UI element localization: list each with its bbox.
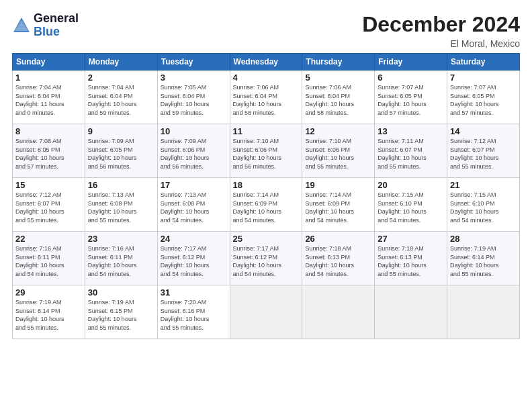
calendar-week-2: 8Sunrise: 7:08 AM Sunset: 6:05 PM Daylig… xyxy=(13,124,520,178)
day-number: 6 xyxy=(378,73,444,83)
title-area: December 2024 El Moral, Mexico xyxy=(362,12,520,49)
day-number: 24 xyxy=(161,234,227,244)
day-number: 15 xyxy=(15,180,82,190)
calendar-cell: 16Sunrise: 7:13 AM Sunset: 6:08 PM Dayli… xyxy=(85,178,157,232)
day-number: 22 xyxy=(15,234,82,244)
day-info: Sunrise: 7:10 AM Sunset: 6:06 PM Dayligh… xyxy=(233,137,300,171)
day-number: 30 xyxy=(88,287,154,298)
day-number: 1 xyxy=(15,73,82,83)
calendar-header-thursday: Thursday xyxy=(302,54,375,71)
day-number: 12 xyxy=(305,126,371,136)
calendar-header-friday: Friday xyxy=(375,54,447,71)
page-container: General Blue December 2024 El Moral, Mex… xyxy=(0,0,532,346)
day-info: Sunrise: 7:06 AM Sunset: 6:04 PM Dayligh… xyxy=(305,83,371,117)
day-number: 7 xyxy=(450,73,517,83)
day-info: Sunrise: 7:09 AM Sunset: 6:05 PM Dayligh… xyxy=(88,137,154,171)
calendar-header-tuesday: Tuesday xyxy=(157,54,230,71)
calendar-header-sunday: Sunday xyxy=(13,54,85,71)
calendar-cell: 1Sunrise: 7:04 AM Sunset: 6:04 PM Daylig… xyxy=(13,71,85,124)
day-info: Sunrise: 7:12 AM Sunset: 6:07 PM Dayligh… xyxy=(15,191,82,224)
calendar-table: SundayMondayTuesdayWednesdayThursdayFrid… xyxy=(12,53,520,339)
day-info: Sunrise: 7:06 AM Sunset: 6:04 PM Dayligh… xyxy=(233,83,300,117)
calendar-week-5: 29Sunrise: 7:19 AM Sunset: 6:14 PM Dayli… xyxy=(13,285,520,339)
calendar-cell: 27Sunrise: 7:18 AM Sunset: 6:13 PM Dayli… xyxy=(375,232,447,285)
calendar-cell: 11Sunrise: 7:10 AM Sunset: 6:06 PM Dayli… xyxy=(230,124,302,178)
calendar-cell: 24Sunrise: 7:17 AM Sunset: 6:12 PM Dayli… xyxy=(157,232,230,285)
day-number: 4 xyxy=(233,73,300,83)
location: El Moral, Mexico xyxy=(362,38,520,49)
day-info: Sunrise: 7:14 AM Sunset: 6:09 PM Dayligh… xyxy=(305,191,371,224)
day-info: Sunrise: 7:18 AM Sunset: 6:13 PM Dayligh… xyxy=(378,244,444,278)
calendar-cell: 22Sunrise: 7:16 AM Sunset: 6:11 PM Dayli… xyxy=(13,232,85,285)
calendar-cell: 8Sunrise: 7:08 AM Sunset: 6:05 PM Daylig… xyxy=(13,124,85,178)
day-number: 21 xyxy=(450,180,517,190)
day-info: Sunrise: 7:15 AM Sunset: 6:10 PM Dayligh… xyxy=(450,191,517,224)
day-number: 5 xyxy=(305,73,371,83)
day-info: Sunrise: 7:12 AM Sunset: 6:07 PM Dayligh… xyxy=(450,137,517,171)
calendar-cell: 17Sunrise: 7:13 AM Sunset: 6:08 PM Dayli… xyxy=(157,178,230,232)
day-number: 18 xyxy=(233,180,300,190)
calendar-week-4: 22Sunrise: 7:16 AM Sunset: 6:11 PM Dayli… xyxy=(13,232,520,285)
day-info: Sunrise: 7:04 AM Sunset: 6:04 PM Dayligh… xyxy=(15,83,82,117)
day-info: Sunrise: 7:16 AM Sunset: 6:11 PM Dayligh… xyxy=(88,244,154,278)
calendar-cell: 18Sunrise: 7:14 AM Sunset: 6:09 PM Dayli… xyxy=(230,178,302,232)
day-info: Sunrise: 7:11 AM Sunset: 6:07 PM Dayligh… xyxy=(378,137,444,171)
day-info: Sunrise: 7:16 AM Sunset: 6:11 PM Dayligh… xyxy=(15,244,82,278)
day-number: 13 xyxy=(378,126,444,136)
day-info: Sunrise: 7:08 AM Sunset: 6:05 PM Dayligh… xyxy=(15,137,82,171)
day-number: 26 xyxy=(305,234,371,244)
calendar-cell: 6Sunrise: 7:07 AM Sunset: 6:05 PM Daylig… xyxy=(375,71,447,124)
day-info: Sunrise: 7:13 AM Sunset: 6:08 PM Dayligh… xyxy=(88,191,154,224)
calendar-cell: 10Sunrise: 7:09 AM Sunset: 6:06 PM Dayli… xyxy=(157,124,230,178)
day-info: Sunrise: 7:17 AM Sunset: 6:12 PM Dayligh… xyxy=(233,244,300,278)
calendar-cell: 12Sunrise: 7:10 AM Sunset: 6:06 PM Dayli… xyxy=(302,124,375,178)
calendar-cell: 4Sunrise: 7:06 AM Sunset: 6:04 PM Daylig… xyxy=(230,71,302,124)
day-number: 8 xyxy=(15,126,82,136)
calendar-cell: 2Sunrise: 7:04 AM Sunset: 6:04 PM Daylig… xyxy=(85,71,157,124)
header-row: General Blue December 2024 El Moral, Mex… xyxy=(12,12,520,49)
day-number: 29 xyxy=(15,287,82,298)
day-number: 14 xyxy=(450,126,517,136)
day-number: 27 xyxy=(378,234,444,244)
calendar-cell: 31Sunrise: 7:20 AM Sunset: 6:16 PM Dayli… xyxy=(157,285,230,339)
day-number: 28 xyxy=(450,234,517,244)
calendar-cell: 28Sunrise: 7:19 AM Sunset: 6:14 PM Dayli… xyxy=(447,232,520,285)
day-info: Sunrise: 7:14 AM Sunset: 6:09 PM Dayligh… xyxy=(233,191,300,224)
calendar-cell xyxy=(230,285,302,339)
calendar-cell: 29Sunrise: 7:19 AM Sunset: 6:14 PM Dayli… xyxy=(13,285,85,339)
calendar-header-row: SundayMondayTuesdayWednesdayThursdayFrid… xyxy=(13,54,520,71)
logo-text: General Blue xyxy=(34,12,79,39)
day-number: 19 xyxy=(305,180,371,190)
calendar-week-1: 1Sunrise: 7:04 AM Sunset: 6:04 PM Daylig… xyxy=(13,71,520,124)
day-number: 16 xyxy=(88,180,154,190)
logo-blue: Blue xyxy=(34,25,60,38)
month-title: December 2024 xyxy=(362,12,520,37)
calendar-header-wednesday: Wednesday xyxy=(230,54,302,71)
day-info: Sunrise: 7:09 AM Sunset: 6:06 PM Dayligh… xyxy=(161,137,227,171)
calendar-cell xyxy=(302,285,375,339)
calendar-cell: 14Sunrise: 7:12 AM Sunset: 6:07 PM Dayli… xyxy=(447,124,520,178)
calendar-cell: 9Sunrise: 7:09 AM Sunset: 6:05 PM Daylig… xyxy=(85,124,157,178)
calendar-cell: 26Sunrise: 7:18 AM Sunset: 6:13 PM Dayli… xyxy=(302,232,375,285)
day-info: Sunrise: 7:10 AM Sunset: 6:06 PM Dayligh… xyxy=(305,137,371,171)
day-number: 10 xyxy=(161,126,227,136)
logo: General Blue xyxy=(12,12,79,39)
calendar-cell: 19Sunrise: 7:14 AM Sunset: 6:09 PM Dayli… xyxy=(302,178,375,232)
day-info: Sunrise: 7:13 AM Sunset: 6:08 PM Dayligh… xyxy=(161,191,227,224)
day-info: Sunrise: 7:20 AM Sunset: 6:16 PM Dayligh… xyxy=(161,298,227,332)
calendar-cell xyxy=(375,285,447,339)
calendar-cell: 15Sunrise: 7:12 AM Sunset: 6:07 PM Dayli… xyxy=(13,178,85,232)
day-info: Sunrise: 7:18 AM Sunset: 6:13 PM Dayligh… xyxy=(305,244,371,278)
day-info: Sunrise: 7:07 AM Sunset: 6:05 PM Dayligh… xyxy=(378,83,444,117)
day-number: 3 xyxy=(161,73,227,83)
day-number: 11 xyxy=(233,126,300,136)
day-info: Sunrise: 7:17 AM Sunset: 6:12 PM Dayligh… xyxy=(161,244,227,278)
svg-marker-1 xyxy=(15,20,28,31)
calendar-cell: 21Sunrise: 7:15 AM Sunset: 6:10 PM Dayli… xyxy=(447,178,520,232)
day-info: Sunrise: 7:07 AM Sunset: 6:05 PM Dayligh… xyxy=(450,83,517,117)
day-info: Sunrise: 7:04 AM Sunset: 6:04 PM Dayligh… xyxy=(88,83,154,117)
calendar-cell: 5Sunrise: 7:06 AM Sunset: 6:04 PM Daylig… xyxy=(302,71,375,124)
day-info: Sunrise: 7:19 AM Sunset: 6:14 PM Dayligh… xyxy=(15,298,82,332)
calendar-cell: 20Sunrise: 7:15 AM Sunset: 6:10 PM Dayli… xyxy=(375,178,447,232)
day-info: Sunrise: 7:15 AM Sunset: 6:10 PM Dayligh… xyxy=(378,191,444,224)
